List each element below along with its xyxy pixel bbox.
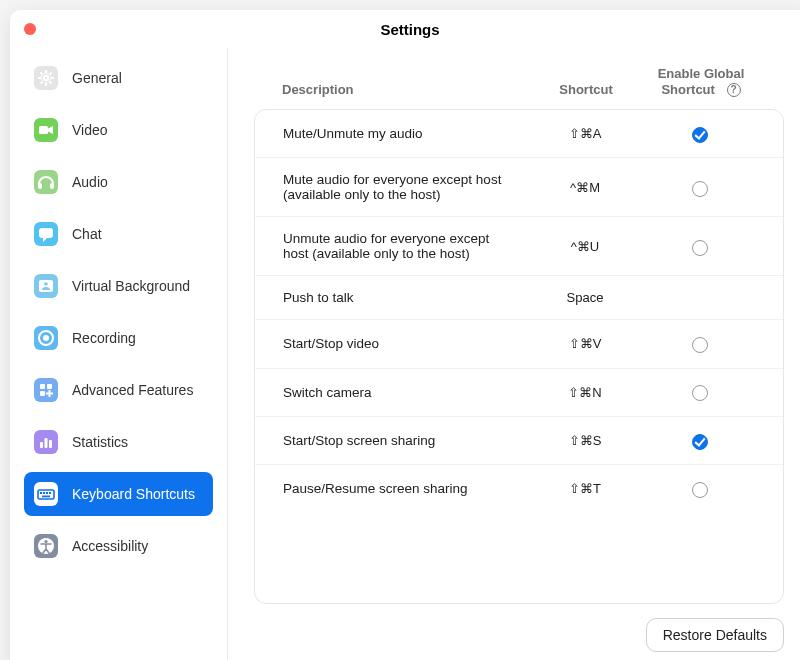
sidebar-item-advanced-features[interactable]: Advanced Features [24,368,213,412]
footer: Restore Defaults [254,604,784,652]
svg-rect-20 [39,280,53,292]
shortcut-row: Start/Stop screen sharing⇧⌘S [255,417,783,465]
shortcut-row: Switch camera⇧⌘N [255,369,783,417]
sidebar-item-label: Statistics [72,434,128,450]
advanced-icon [34,378,58,402]
global-shortcut-cell [645,383,755,402]
global-shortcut-checkbox[interactable] [692,434,708,450]
global-shortcut-cell [645,334,755,353]
shortcuts-card: Mute/Unmute my audio⇧⌘AMute audio for ev… [254,109,784,604]
svg-rect-14 [34,170,58,194]
restore-defaults-button[interactable]: Restore Defaults [646,618,784,652]
svg-rect-34 [49,440,52,448]
accessibility-icon [34,534,58,558]
svg-point-21 [44,282,48,286]
table-header-row: Description Shortcut Enable Global Short… [254,66,784,103]
svg-point-44 [44,540,47,543]
svg-rect-32 [40,442,43,448]
global-shortcut-checkbox[interactable] [692,337,708,353]
sidebar-item-label: Audio [72,174,108,190]
chat-icon [34,222,58,246]
video-icon [34,118,58,142]
svg-rect-37 [40,492,42,494]
sidebar-item-label: Chat [72,226,102,242]
virtual-bg-icon [34,274,58,298]
sidebar-item-keyboard-shortcuts[interactable]: Keyboard Shortcuts [24,472,213,516]
global-shortcut-cell [645,431,755,450]
shortcut-key[interactable]: ⇧⌘A [525,126,645,141]
titlebar: Settings [10,10,800,48]
svg-rect-27 [47,384,52,389]
sidebar-item-chat[interactable]: Chat [24,212,213,256]
svg-rect-30 [46,393,53,395]
svg-rect-41 [42,496,50,498]
shortcut-key[interactable]: ^⌘U [525,239,645,254]
global-shortcut-checkbox[interactable] [692,127,708,143]
global-shortcut-cell [645,124,755,143]
shortcut-row: Pause/Resume screen sharing⇧⌘T [255,465,783,512]
shortcut-key[interactable]: ⇧⌘S [525,433,645,448]
content: GeneralVideoAudioChatVirtual BackgroundR… [10,48,800,660]
shortcut-description: Push to talk [283,290,525,305]
sidebar-item-label: Recording [72,330,136,346]
shortcut-description: Pause/Resume screen sharing [283,481,525,496]
svg-rect-28 [40,391,45,396]
sidebar-item-general[interactable]: General [24,56,213,100]
column-header-shortcut: Shortcut [526,82,646,97]
sidebar-item-statistics[interactable]: Statistics [24,420,213,464]
gear-icon [34,66,58,90]
close-window-button[interactable] [24,23,36,35]
shortcut-key[interactable]: ⇧⌘N [525,385,645,400]
sidebar-item-video[interactable]: Video [24,108,213,152]
shortcut-key[interactable]: ⇧⌘T [525,481,645,496]
sidebar-item-audio[interactable]: Audio [24,160,213,204]
column-header-description: Description [282,82,526,97]
shortcut-row: Start/Stop video⇧⌘V [255,320,783,368]
shortcut-key[interactable]: Space [525,290,645,305]
svg-rect-25 [34,378,58,402]
recording-icon [34,326,58,350]
settings-window: Settings GeneralVideoAudioChatVirtual Ba… [10,10,800,660]
shortcut-description: Unmute audio for everyone except host (a… [283,231,525,261]
svg-point-24 [43,335,49,341]
main-panel: Description Shortcut Enable Global Short… [228,48,800,660]
shortcut-key[interactable]: ⇧⌘V [525,336,645,351]
global-shortcut-checkbox[interactable] [692,240,708,256]
window-title: Settings [10,21,800,38]
shortcut-description: Start/Stop screen sharing [283,433,525,448]
keyboard-icon [34,482,58,506]
statistics-icon [34,430,58,454]
audio-icon [34,170,58,194]
help-icon[interactable]: ? [727,83,741,97]
shortcut-description: Start/Stop video [283,336,525,351]
global-shortcut-cell [645,479,755,498]
global-shortcut-checkbox[interactable] [692,482,708,498]
sidebar-item-label: General [72,70,122,86]
sidebar-item-label: Virtual Background [72,278,190,294]
shortcut-row: Mute audio for everyone except host (ava… [255,158,783,217]
shortcut-row: Push to talkSpace [255,276,783,320]
sidebar-item-label: Accessibility [72,538,148,554]
svg-rect-33 [45,438,48,448]
sidebar: GeneralVideoAudioChatVirtual BackgroundR… [10,48,228,660]
shortcut-key[interactable]: ^⌘M [525,180,645,195]
svg-rect-39 [46,492,48,494]
sidebar-item-label: Video [72,122,108,138]
global-shortcut-cell [645,237,755,256]
svg-rect-13 [39,126,48,134]
global-shortcut-checkbox[interactable] [692,385,708,401]
shortcut-description: Mute audio for everyone except host (ava… [283,172,525,202]
global-shortcut-cell [645,178,755,197]
shortcut-row: Unmute audio for everyone except host (a… [255,217,783,276]
global-shortcut-checkbox[interactable] [692,181,708,197]
svg-rect-38 [43,492,45,494]
svg-rect-18 [39,228,53,238]
svg-rect-26 [40,384,45,389]
svg-rect-40 [49,492,51,494]
sidebar-item-virtual-background[interactable]: Virtual Background [24,264,213,308]
sidebar-item-accessibility[interactable]: Accessibility [24,524,213,568]
shortcut-row: Mute/Unmute my audio⇧⌘A [255,110,783,158]
sidebar-item-label: Advanced Features [72,382,193,398]
shortcut-description: Switch camera [283,385,525,400]
sidebar-item-recording[interactable]: Recording [24,316,213,360]
